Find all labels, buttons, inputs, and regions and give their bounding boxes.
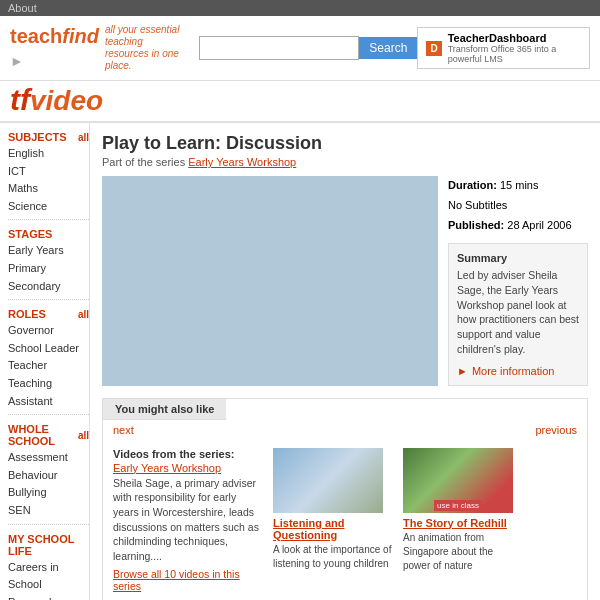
tf-logo: tfvideo [10,85,103,116]
search-input[interactable] [199,36,359,60]
main-layout: SUBJECTS all English ICT Maths Science S… [0,123,600,600]
rec-card-redhill: use in class The Story of Redhill An ani… [403,448,523,592]
sidebar-item-english[interactable]: English [8,145,89,163]
sidebar-item-maths[interactable]: Maths [8,180,89,198]
rec-thumbnail-listening [273,448,383,513]
search-area: Search [199,36,417,60]
sidebar-item-primary[interactable]: Primary [8,260,89,278]
sidebar-item-teacher[interactable]: Teacher [8,357,89,375]
browse-link[interactable]: Browse all 10 videos in this series [113,568,263,592]
stages-header: STAGES [8,228,89,240]
video-content-row: Duration: 15 mins No Subtitles Published… [102,176,588,386]
sidebar-item-assessment[interactable]: Assessment [8,449,89,467]
subjects-all-link[interactable]: all [78,132,89,143]
sidebar-item-behaviour[interactable]: Behaviour [8,467,89,485]
video-meta: Duration: 15 mins No Subtitles Published… [448,176,588,235]
video-series-link[interactable]: Early Years Workshop [188,156,296,168]
logo-area: teachfind ► all your essential teaching … [10,24,199,72]
teacher-dashboard-banner[interactable]: D TeacherDashboard Transform Office 365 … [417,27,590,69]
divider-3 [8,414,89,415]
sidebar-item-school-leader[interactable]: School Leader [8,340,89,358]
summary-box: Summary Led by adviser Sheila Sage, the … [448,243,588,385]
sidebar-item-careers[interactable]: Careers in School [8,559,89,594]
sidebar-item-secondary[interactable]: Secondary [8,278,89,296]
teachfind-tagline: all your essential teaching resources in… [105,24,199,72]
more-info-link[interactable]: ► More information [457,365,579,377]
published-value: 28 April 2006 [507,219,571,231]
sidebar-item-teaching-assistant[interactable]: Teaching Assistant [8,375,89,410]
rec-card-title-redhill[interactable]: The Story of Redhill [403,517,523,529]
roles-all-link[interactable]: all [78,309,89,320]
recommendations-section: You might also like next previous Videos… [102,398,588,600]
duration-value: 15 mins [500,179,539,191]
nav-previous[interactable]: previous [535,424,577,436]
sidebar-item-sen[interactable]: SEN [8,502,89,520]
header: teachfind ► all your essential teaching … [0,16,600,81]
rec-card-desc-redhill: An animation from Singapore about the po… [403,531,523,573]
dashboard-text: TeacherDashboard Transform Office 365 in… [448,32,581,64]
rec-card-listening: Listening and Questioning A look at the … [273,448,393,592]
top-bar: About [0,0,600,16]
sidebar-item-early-years[interactable]: Early Years [8,242,89,260]
sidebar-item-governor[interactable]: Governor [8,322,89,340]
sidebar-item-bullying[interactable]: Bullying [8,484,89,502]
video-info-panel: Duration: 15 mins No Subtitles Published… [448,176,588,386]
nav-next[interactable]: next [113,424,134,436]
play-icon: ► [457,365,468,377]
tf-video-bar: tfvideo [0,81,600,123]
subjects-header: SUBJECTS all [8,131,89,143]
sidebar-item-ict[interactable]: ICT [8,163,89,181]
video-player-area[interactable] [102,176,438,386]
whole-school-all-link[interactable]: all [78,430,89,441]
video-main-title: Play to Learn: Discussion [102,133,588,154]
recommendations-nav: next previous [103,420,587,440]
whole-school-header: WHOLE SCHOOL all [8,423,89,447]
sidebar-item-wellbeing[interactable]: Personal Wellbeing [8,594,89,600]
divider-4 [8,524,89,525]
sidebar-item-science[interactable]: Science [8,198,89,216]
use-in-class-badge: use in class [434,500,482,511]
series-name-link[interactable]: Early Years Workshop [113,462,221,474]
about-link[interactable]: About [8,2,37,14]
series-description: Sheila Sage, a primary adviser with resp… [113,476,263,564]
recommendations-content: Videos from the series: Early Years Work… [103,440,587,600]
series-info: Videos from the series: Early Years Work… [113,448,263,592]
recommendations-tab: You might also like [103,399,226,420]
summary-title: Summary [457,252,579,264]
roles-header: ROLES all [8,308,89,320]
teachfind-logo[interactable]: teachfind ► all your essential teaching … [10,24,199,72]
dashboard-icon: D [426,41,441,56]
subtitles-value: No Subtitles [448,199,507,211]
video-series-label: Part of the series Early Years Workshop [102,156,588,168]
duration-label: Duration: [448,179,497,191]
rec-card-desc-listening: A look at the importance of listening to… [273,543,393,571]
content-area: Play to Learn: Discussion Part of the se… [90,123,600,600]
divider-1 [8,219,89,220]
series-title-label: Videos from the series: [113,448,263,460]
teachfind-wordmark: teachfind ► [10,25,99,71]
rec-card-title-listening[interactable]: Listening and Questioning [273,517,393,541]
search-button[interactable]: Search [359,37,417,59]
sidebar: SUBJECTS all English ICT Maths Science S… [0,123,90,600]
published-label: Published: [448,219,504,231]
rec-thumbnail-redhill: use in class [403,448,513,513]
video-title-section: Play to Learn: Discussion Part of the se… [102,133,588,168]
divider-2 [8,299,89,300]
my-school-header: MY SCHOOL LIFE [8,533,89,557]
summary-text: Led by adviser Sheila Sage, the Early Ye… [457,268,579,356]
